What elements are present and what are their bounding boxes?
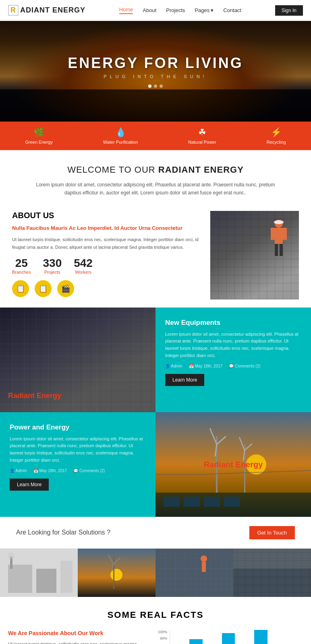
blog-author-icon: 👤 Admin — [165, 364, 182, 368]
svg-point-30 — [8, 553, 15, 559]
hero-dot-1[interactable] — [148, 85, 151, 88]
about-image — [210, 211, 299, 299]
hero-section: ENERGY FOR LIVING PLUG INTO THE SUN! — [0, 21, 311, 122]
svg-rect-21 — [204, 497, 220, 507]
nav-links: Home About Projects Pages ▾ Contact — [119, 6, 241, 14]
facts-text: Ut laoreet turpis tristique, sollicitudi… — [8, 640, 150, 644]
icon-bar-green-energy: 🌿 Green Energy — [25, 127, 52, 144]
solar-solutions-section: Are Looking for Solar Solutions ? Get In… — [0, 517, 311, 549]
icon-bar: 🌿 Green Energy 💧 Water Purification ☘ Na… — [0, 122, 311, 150]
logo: R ADIANT ENERGY — [8, 5, 85, 16]
learn-more-button-2[interactable]: Learn More — [10, 479, 49, 491]
recycling-label: Recycling — [267, 140, 286, 144]
photo-grid-item-4 — [233, 549, 311, 597]
solar-field-svg — [233, 549, 311, 597]
about-icon-btn-3[interactable]: 🎬 — [57, 280, 74, 297]
svg-rect-45 — [202, 562, 206, 572]
logo-text: ADIANT ENERGY — [20, 6, 85, 14]
icon-bar-water: 💧 Water Purification — [103, 127, 138, 144]
natural-power-label: Natural Power — [188, 140, 216, 144]
real-facts-content: We Are Passionate About Our Work Ut laor… — [8, 630, 303, 644]
facts-left: We Are Passionate About Our Work Ut laor… — [8, 630, 150, 644]
recycling-icon: ⚡ — [271, 127, 282, 138]
photo-grid-item-2 — [78, 549, 156, 597]
blog-post-text-1: Lorem ipsum dolor sit amet, consectetur … — [165, 331, 301, 359]
about-title: ABOUT US — [12, 211, 202, 220]
hero-silhouette — [0, 89, 311, 122]
hero-dot-3[interactable] — [160, 85, 163, 88]
hero-content: ENERGY FOR LIVING PLUG INTO THE SUN! — [68, 55, 243, 88]
blog2-author-icon: 👤 Admin — [10, 469, 27, 473]
svg-rect-5 — [280, 244, 283, 256]
chart-y-axis: 100% 90% 80% 70% 60% 50% 40% 30% 20% 10% — [158, 630, 170, 644]
blog-right-content: New Equipments Lorem ipsum dolor sit ame… — [156, 308, 311, 412]
svg-rect-1 — [275, 228, 283, 244]
stat-branches: 25 Branches — [12, 257, 31, 275]
about-icon-btn-1[interactable]: 📋 — [12, 280, 29, 297]
y-label-90: 90% — [158, 636, 167, 640]
photo-grid — [0, 549, 311, 597]
nav-pages[interactable]: Pages ▾ — [195, 7, 214, 13]
about-icon-buttons: 📋 📋 🎬 — [12, 280, 202, 297]
about-subtitle: Nulla Faucibus Mauris Ac Leo Imperdiet. … — [12, 224, 202, 232]
svg-rect-28 — [60, 561, 73, 593]
nav-contact[interactable]: Contact — [223, 7, 241, 13]
blog2-left-content: Power and Energy Lorem ipsum dolor sit a… — [0, 412, 156, 517]
real-facts-section: SOME REAL FACTS We Are Passionate About … — [0, 597, 311, 644]
photo-grid-item-3 — [156, 549, 233, 597]
welcome-title: WELCOME TO OUR RADIANT ENERGY — [32, 165, 279, 175]
about-text: Ut laoreet turpis tristique, sollicitudi… — [12, 236, 202, 251]
blog-meta-2: 👤 Admin 📅 May 18th, 2017 💬 Comments (2) — [10, 469, 146, 473]
learn-more-button-1[interactable]: Learn More — [165, 374, 204, 386]
stat-workers-label: Workers — [74, 270, 93, 275]
about-icon-btn-2[interactable]: 📋 — [35, 280, 52, 297]
nav-about[interactable]: About — [143, 7, 156, 13]
hero-title: ENERGY FOR LIVING — [68, 55, 243, 72]
chart-bar-6 — [254, 630, 267, 644]
nav-home[interactable]: Home — [119, 6, 133, 14]
nav-projects[interactable]: Projects — [166, 7, 185, 13]
photo-grid-item-1 — [0, 549, 78, 597]
icon-bar-natural: ☘ Natural Power — [188, 127, 216, 144]
blog2-date-icon: 📅 May 18th, 2017 — [33, 469, 67, 473]
blog-comments-icon: 💬 Comments (2) — [229, 364, 260, 368]
stat-branches-num: 25 — [12, 257, 31, 270]
real-facts-title: SOME REAL FACTS — [8, 610, 303, 620]
svg-point-6 — [274, 220, 284, 224]
solar-solutions-text: Are Looking for Solar Solutions ? — [16, 529, 110, 536]
welcome-text: Lorem ipsum dolor sit amet, consectetur … — [32, 181, 279, 197]
svg-rect-2 — [271, 228, 275, 240]
svg-rect-22 — [224, 497, 240, 507]
icon-bar-recycling: ⚡ Recycling — [267, 127, 286, 144]
chevron-down-icon: ▾ — [211, 7, 214, 13]
logo-r: R — [8, 5, 19, 16]
natural-power-icon: ☘ — [198, 127, 206, 138]
stats-row: 25 Branches 330 Projects 542 Workers — [12, 257, 202, 275]
hero-dot-2[interactable] — [154, 85, 157, 88]
chart-bars-container — [170, 630, 303, 644]
about-left: ABOUT US Nulla Faucibus Mauris Ac Leo Im… — [12, 211, 202, 299]
blog-section-2: Power and Energy Lorem ipsum dolor sit a… — [0, 412, 311, 517]
about-section: ABOUT US Nulla Faucibus Mauris Ac Leo Im… — [0, 207, 311, 308]
get-in-touch-button[interactable]: Get In Touch — [249, 526, 295, 539]
water-label: Water Purification — [103, 140, 138, 144]
y-label-100: 100% — [158, 630, 167, 634]
facts-title: We Are Passionate About Our Work — [8, 630, 150, 636]
svg-point-44 — [201, 555, 207, 562]
blog-left-label: Radiant Energy — [8, 392, 61, 400]
welcome-section: WELCOME TO OUR RADIANT ENERGY Lorem ipsu… — [0, 150, 311, 207]
sign-in-button[interactable]: Sign In — [275, 5, 303, 16]
navbar: R ADIANT ENERGY Home About Projects Page… — [0, 0, 311, 21]
hero-subtitle: PLUG INTO THE SUN! — [68, 74, 243, 79]
bar-chart: 100% 90% 80% 70% 60% 50% 40% 30% 20% 10% — [158, 630, 303, 644]
svg-rect-53 — [233, 549, 311, 569]
blog-meta-1: 👤 Admin 📅 May 18th, 2017 💬 Comments (2) — [165, 364, 301, 368]
facts-right: 100% 90% 80% 70% 60% 50% 40% 30% 20% 10% — [158, 630, 303, 644]
blog2-right-label: Radiant Energy — [204, 460, 263, 469]
svg-rect-4 — [275, 244, 278, 256]
chart-bar-2 — [189, 639, 202, 644]
wind-sunset-svg — [78, 549, 156, 597]
svg-rect-26 — [8, 565, 32, 593]
factory-svg — [0, 549, 78, 597]
blog-post-title-2: Power and Energy — [10, 423, 146, 431]
